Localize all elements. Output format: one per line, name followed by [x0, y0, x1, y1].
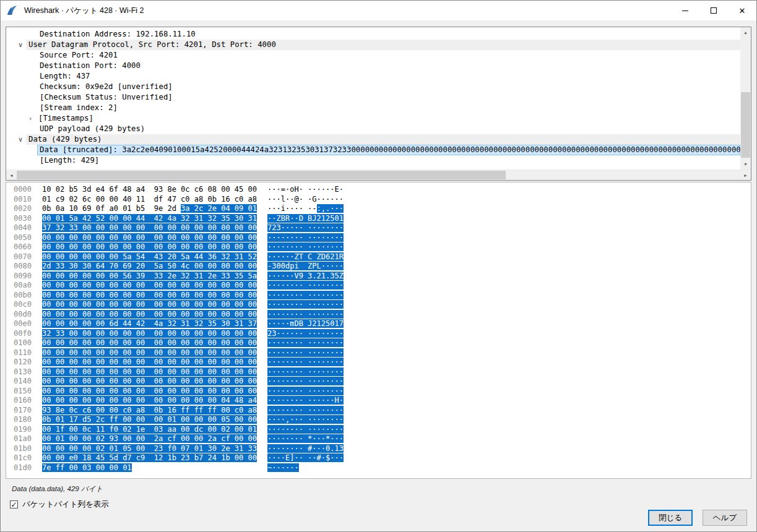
- ascii-bytes[interactable]: ········ ········: [267, 338, 344, 348]
- hex-row[interactable]: 01c000 00 e0 18 45 5d d7 c9 12 1b 23 b7 …: [14, 453, 751, 463]
- ascii-bytes[interactable]: -300dpi ZPL·····: [267, 262, 344, 272]
- scroll-left-icon[interactable]: ◄: [6, 170, 17, 181]
- help-button[interactable]: ヘルプ: [703, 510, 747, 526]
- tree-vertical-scrollbar[interactable]: ▲ ▼: [740, 27, 751, 169]
- hex-bytes[interactable]: 00 00 00 00 00 00 00 00 00 00 00 00 00 0…: [42, 281, 264, 291]
- hex-bytes[interactable]: 00 00 00 00 00 6d 44 42 4a 32 31 32 35 3…: [42, 319, 264, 329]
- hex-row[interactable]: 003000 01 5a 42 52 00 00 44 42 4a 32 31 …: [14, 214, 751, 224]
- scroll-right-icon[interactable]: ►: [740, 170, 751, 181]
- hex-row[interactable]: 00f032 33 00 00 00 00 00 00 00 00 00 00 …: [14, 329, 751, 339]
- ascii-bytes[interactable]: ····,··· ········: [267, 415, 344, 425]
- expander-down-icon[interactable]: ∨: [15, 40, 26, 50]
- ascii-bytes[interactable]: ········ ········: [267, 281, 344, 291]
- hex-row[interactable]: 00a000 00 00 00 00 00 00 00 00 00 00 00 …: [14, 281, 751, 291]
- minimize-button[interactable]: [671, 1, 699, 20]
- expander-right-icon[interactable]: ›: [25, 113, 36, 124]
- hex-row[interactable]: 015000 00 00 00 00 00 00 00 00 00 00 00 …: [14, 387, 751, 397]
- hex-bytes[interactable]: 10 02 b5 3d e4 6f 48 a4 93 8e 0c c6 08 0…: [42, 185, 264, 195]
- hex-bytes[interactable]: 00 00 00 00 00 00 5a 54 43 20 5a 44 36 3…: [42, 252, 264, 262]
- hex-bytes[interactable]: 00 00 00 00 00 00 00 00 00 00 00 00 00 0…: [42, 367, 264, 377]
- ascii-bytes[interactable]: ········ ········: [267, 406, 344, 416]
- hex-bytes[interactable]: 00 01 00 00 02 93 00 00 2a cf 00 00 2a c…: [42, 434, 264, 444]
- scroll-up-icon[interactable]: ▲: [740, 27, 751, 38]
- hex-bytes[interactable]: 00 00 00 00 02 01 05 00 23 f0 07 01 30 2…: [42, 444, 264, 454]
- tree-row[interactable]: Source Port: 4201: [6, 50, 740, 61]
- ascii-bytes[interactable]: ········ ········: [267, 377, 344, 387]
- hex-bytes[interactable]: 00 00 00 00 00 00 00 00 00 00 00 00 00 0…: [42, 387, 264, 397]
- ascii-bytes[interactable]: ···l··@· ·G······: [267, 195, 344, 205]
- tree-row[interactable]: ›[Timestamps]: [6, 113, 740, 124]
- ascii-bytes[interactable]: ·····mDB J2125017: [267, 319, 344, 329]
- hex-row[interactable]: 00e000 00 00 00 00 6d 44 42 4a 32 31 32 …: [14, 319, 751, 329]
- ascii-bytes[interactable]: ····E]·· ··#·$···: [267, 453, 344, 463]
- hex-bytes[interactable]: 93 8e 0c c6 00 00 c0 a8 0b 16 ff ff ff 0…: [42, 406, 264, 416]
- hex-bytes[interactable]: 00 00 00 00 00 00 00 00 00 00 00 00 00 0…: [42, 233, 264, 243]
- ascii-bytes[interactable]: ········ ········: [267, 300, 344, 310]
- hex-bytes[interactable]: 37 32 33 00 00 00 00 00 00 00 00 00 00 0…: [42, 223, 264, 233]
- hex-bytes[interactable]: 00 00 00 00 00 00 00 00 00 00 00 00 00 0…: [42, 300, 264, 310]
- hex-row[interactable]: 00200b 0a 10 69 0f a0 01 b5 9e 2d 3a 2c …: [14, 204, 751, 214]
- hex-bytes[interactable]: 00 1f 00 0c 11 f0 02 1e 03 aa 00 dc 00 0…: [42, 425, 264, 435]
- hex-row[interactable]: 005000 00 00 00 00 00 00 00 00 00 00 00 …: [14, 233, 751, 243]
- ascii-bytes[interactable]: ········ ········: [267, 387, 344, 397]
- hex-row[interactable]: 017093 8e 0c c6 00 00 c0 a8 0b 16 ff ff …: [14, 406, 751, 416]
- hex-bytes[interactable]: 00 00 00 00 00 00 00 00 00 00 00 00 00 0…: [42, 338, 264, 348]
- ascii-bytes[interactable]: ··ZBR··D BJ212501: [267, 214, 344, 224]
- hex-row[interactable]: 004037 32 33 00 00 00 00 00 00 00 00 00 …: [14, 223, 751, 233]
- ascii-bytes[interactable]: ······V9 3.21.35Z: [267, 272, 344, 281]
- close-window-button[interactable]: ✕: [728, 1, 756, 20]
- tree-row[interactable]: ∨User Datagram Protocol, Src Port: 4201,…: [6, 40, 740, 50]
- ascii-bytes[interactable]: ········ *···*···: [267, 434, 344, 444]
- hex-row[interactable]: 013000 00 00 00 00 00 00 00 00 00 00 00 …: [14, 367, 751, 377]
- hex-row[interactable]: 01b000 00 00 00 02 01 05 00 23 f0 07 01 …: [14, 444, 751, 454]
- hex-row[interactable]: 01d07e ff 00 03 00 00 01~······: [14, 463, 751, 473]
- ascii-bytes[interactable]: ······ZT C ZD621R: [267, 252, 344, 262]
- hex-bytes[interactable]: 00 00 00 00 00 00 00 00 00 00 00 00 00 0…: [42, 377, 264, 387]
- ascii-bytes[interactable]: ········ ········: [267, 233, 344, 243]
- hex-bytes[interactable]: 00 00 00 00 00 00 00 00 00 00 00 00 00 0…: [42, 291, 264, 301]
- hex-bytes[interactable]: 01 c9 02 6c 00 00 40 11 df 47 c0 a8 0b 1…: [42, 195, 264, 205]
- tree-row[interactable]: Checksum: 0x9e2d [unverified]: [6, 82, 740, 92]
- expander-down-icon[interactable]: ∨: [15, 134, 26, 145]
- hex-bytes[interactable]: 0b 0a 10 69 0f a0 01 b5 9e 2d 3a 2c 2e 0…: [42, 204, 264, 214]
- hex-bytes[interactable]: 00 00 00 00 00 00 00 00 00 00 00 00 00 0…: [42, 396, 264, 406]
- close-button[interactable]: 閉じる: [648, 510, 693, 526]
- ascii-bytes[interactable]: ········ ········: [267, 367, 344, 377]
- ascii-bytes[interactable]: ········ ········: [267, 348, 344, 358]
- horizontal-scroll-thumb[interactable]: [17, 171, 506, 179]
- hex-bytes[interactable]: 2d 33 30 30 64 70 69 20 5a 50 4c 00 00 0…: [42, 262, 264, 272]
- hex-row[interactable]: 011000 00 00 00 00 00 00 00 00 00 00 00 …: [14, 348, 751, 358]
- hex-row[interactable]: 014000 00 00 00 00 00 00 00 00 00 00 00 …: [14, 377, 751, 387]
- tree-row[interactable]: Length: 437: [6, 71, 740, 82]
- ascii-bytes[interactable]: 23······ ········: [267, 329, 344, 339]
- hex-bytes[interactable]: 00 00 00 00 00 00 00 00 00 00 00 00 00 0…: [42, 242, 264, 252]
- hex-row[interactable]: 01a000 01 00 00 02 93 00 00 2a cf 00 00 …: [14, 434, 751, 444]
- tree-horizontal-scrollbar[interactable]: ◄ ►: [6, 169, 751, 180]
- ascii-bytes[interactable]: ········ ········: [267, 310, 344, 320]
- hex-row[interactable]: 00802d 33 30 30 64 70 69 20 5a 50 4c 00 …: [14, 262, 751, 272]
- tree-row[interactable]: [Length: 429]: [6, 155, 740, 166]
- hex-row[interactable]: 00c000 00 00 00 00 00 00 00 00 00 00 00 …: [14, 300, 751, 310]
- vertical-scroll-track[interactable]: [740, 38, 751, 159]
- ascii-bytes[interactable]: ········ #···0.13: [267, 444, 344, 454]
- maximize-button[interactable]: [699, 1, 728, 20]
- hex-row[interactable]: 007000 00 00 00 00 00 5a 54 43 20 5a 44 …: [14, 252, 751, 262]
- hex-bytes[interactable]: 0b 01 17 d5 2c ff 00 00 00 01 00 00 00 0…: [42, 415, 264, 425]
- hex-bytes[interactable]: 00 01 5a 42 52 00 00 44 42 4a 32 31 32 3…: [42, 214, 264, 224]
- tree-row[interactable]: [Checksum Status: Unverified]: [6, 92, 740, 103]
- hex-row[interactable]: 016000 00 00 00 00 00 00 00 00 00 00 00 …: [14, 396, 751, 406]
- hex-row[interactable]: 009000 00 00 00 00 00 56 39 33 2e 32 31 …: [14, 272, 751, 281]
- hex-row[interactable]: 010000 00 00 00 00 00 00 00 00 00 00 00 …: [14, 338, 751, 348]
- hex-row[interactable]: 006000 00 00 00 00 00 00 00 00 00 00 00 …: [14, 242, 751, 252]
- ascii-bytes[interactable]: ···=·oH· ······E·: [267, 185, 344, 195]
- scroll-down-icon[interactable]: ▼: [740, 159, 751, 169]
- tree-row[interactable]: Data [truncated]: 3a2c2e04090100015a4252…: [6, 145, 740, 155]
- hex-bytes[interactable]: 00 00 00 00 00 00 56 39 33 2e 32 31 2e 3…: [42, 272, 264, 281]
- vertical-scroll-thumb[interactable]: [741, 92, 750, 158]
- hex-row[interactable]: 019000 1f 00 0c 11 f0 02 1e 03 aa 00 dc …: [14, 425, 751, 435]
- hex-row[interactable]: 00d000 00 00 00 00 00 00 00 00 00 00 00 …: [14, 310, 751, 320]
- tree-row[interactable]: ∨Data (429 bytes): [6, 134, 740, 145]
- hex-row[interactable]: 01800b 01 17 d5 2c ff 00 00 00 01 00 00 …: [14, 415, 751, 425]
- horizontal-scroll-track[interactable]: [17, 170, 740, 180]
- hex-row[interactable]: 001001 c9 02 6c 00 00 40 11 df 47 c0 a8 …: [14, 195, 751, 205]
